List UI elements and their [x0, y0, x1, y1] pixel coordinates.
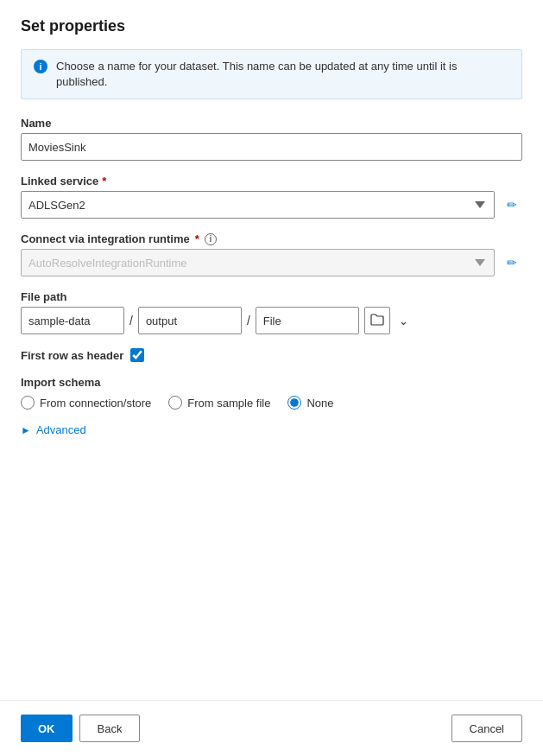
info-banner-text: Choose a name for your dataset. This nam… — [56, 59, 509, 90]
integration-runtime-select[interactable]: AutoResolveIntegrationRuntime — [21, 249, 495, 276]
import-schema-connection-radio[interactable] — [21, 396, 35, 410]
linked-service-select[interactable]: ADLSGen2 — [21, 191, 495, 219]
file-path-actions: ⌄ — [364, 307, 414, 334]
cancel-button[interactable]: Cancel — [451, 715, 522, 742]
integration-required-star: * — [195, 232, 199, 245]
first-row-header-checkbox[interactable] — [130, 348, 144, 362]
file-path-group: File path / / ⌄ — [21, 290, 522, 334]
import-schema-group: Import schema From connection/store From… — [21, 376, 522, 410]
file-path-row: / / — [21, 307, 359, 334]
import-schema-sample-radio[interactable] — [168, 396, 182, 410]
import-schema-none-option[interactable]: None — [287, 396, 333, 410]
back-button[interactable]: Back — [79, 715, 141, 742]
import-schema-options: From connection/store From sample file N… — [21, 396, 522, 410]
file-path-folder-input[interactable] — [21, 307, 124, 334]
chevron-down-icon: ⌄ — [399, 314, 408, 327]
linked-service-wrapper: ADLSGen2 ✏ — [21, 191, 522, 219]
import-schema-sample-label: From sample file — [187, 397, 270, 410]
advanced-row[interactable]: ► Advanced — [21, 423, 522, 436]
info-icon: i — [34, 60, 47, 73]
file-path-subfolder-input[interactable] — [138, 307, 242, 334]
linked-service-edit-button[interactable]: ✏ — [502, 194, 522, 215]
file-path-filename-input[interactable] — [256, 307, 359, 334]
import-schema-label: Import schema — [21, 376, 522, 389]
file-browse-button[interactable] — [364, 307, 390, 334]
integration-info-icon[interactable]: i — [205, 233, 217, 245]
import-schema-none-radio[interactable] — [287, 396, 301, 410]
integration-runtime-edit-button[interactable]: ✏ — [502, 252, 522, 273]
integration-runtime-label-row: Connect via integration runtime * i — [21, 232, 522, 245]
linked-service-label: Linked service * — [21, 175, 522, 187]
first-row-header-label: First row as header — [21, 349, 123, 362]
path-separator-1: / — [124, 307, 138, 334]
import-schema-none-label: None — [306, 397, 333, 410]
import-schema-connection-option[interactable]: From connection/store — [21, 396, 151, 410]
name-field-group: Name — [21, 117, 522, 161]
footer-left-buttons: OK Back — [21, 715, 140, 742]
file-path-label: File path — [21, 290, 522, 303]
advanced-label: Advanced — [36, 423, 86, 436]
first-row-header-row: First row as header — [21, 348, 522, 362]
folder-icon — [370, 314, 384, 328]
advanced-chevron-icon: ► — [21, 424, 31, 436]
edit-icon-integration: ✏ — [507, 256, 517, 270]
info-banner: i Choose a name for your dataset. This n… — [21, 49, 522, 99]
footer: OK Back Cancel — [0, 700, 543, 756]
import-schema-connection-label: From connection/store — [40, 397, 151, 410]
page-title: Set properties — [21, 17, 522, 35]
integration-runtime-wrapper: AutoResolveIntegrationRuntime ✏ — [21, 249, 522, 276]
ok-button[interactable]: OK — [21, 715, 73, 742]
linked-service-field-group: Linked service * ADLSGen2 ✏ — [21, 175, 522, 219]
name-input[interactable] — [21, 133, 522, 161]
integration-runtime-field-group: Connect via integration runtime * i Auto… — [21, 232, 522, 276]
file-path-chevron-button[interactable]: ⌄ — [394, 307, 414, 334]
edit-icon: ✏ — [507, 198, 517, 212]
required-star: * — [102, 175, 106, 187]
import-schema-sample-option[interactable]: From sample file — [168, 396, 270, 410]
name-label: Name — [21, 117, 522, 130]
path-separator-2: / — [242, 307, 256, 334]
